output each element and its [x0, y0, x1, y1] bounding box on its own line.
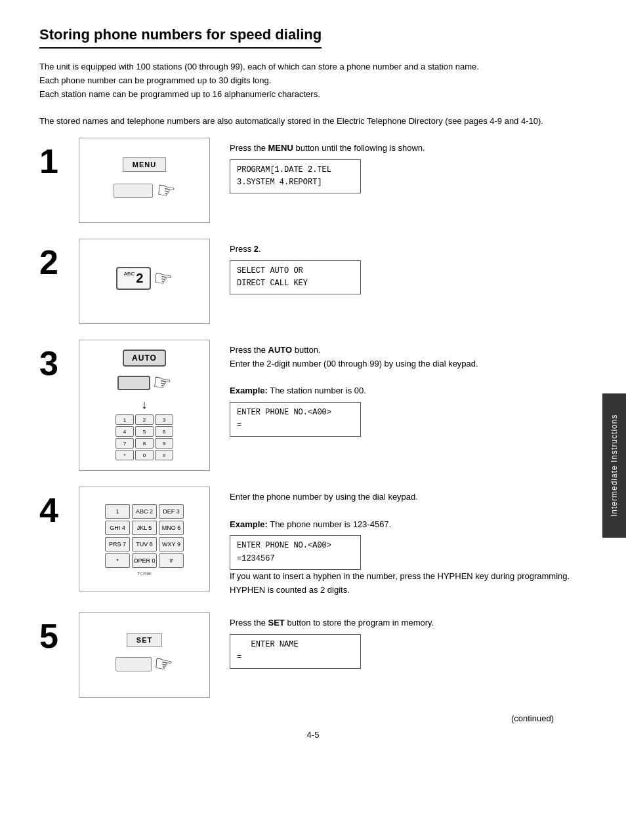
key-0: 0 [135, 450, 154, 460]
intro-line-3: Each station name can be programmed up t… [39, 88, 587, 102]
step-2-display: SELECT AUTO ORDIRECT CALL KEY [230, 260, 361, 294]
step-3-content: Press the AUTO button.Enter the 2-digit … [230, 340, 587, 437]
step-1-display: PROGRAM[1.DATE 2.TEL3.SYSTEM 4.REPORT] [230, 159, 361, 193]
k4-2: ABC 2 [132, 504, 157, 519]
k4-3: DEF 3 [159, 504, 184, 519]
intro-line-4: The stored names and telephone numbers a… [39, 115, 587, 129]
hand-icon-3: ☞ [150, 369, 173, 397]
key-7: 7 [115, 438, 134, 449]
key-8: 8 [135, 438, 154, 449]
step-3-image: AUTO ☞ ↓ 1 2 3 4 5 6 7 8 9 * 0 [79, 340, 210, 471]
continued-label: (continued) [39, 713, 587, 723]
page-number: 4-5 [39, 730, 587, 740]
step-2-instruction: Press 2. [230, 243, 587, 256]
key-3: 3 [155, 414, 173, 425]
k4-star: * [105, 553, 130, 568]
step-3-display: ENTER PHONE NO.<A00>= [230, 402, 361, 436]
key-5: 5 [135, 426, 154, 437]
key-9: 9 [155, 438, 173, 449]
keypad-4: 1 ABC 2 DEF 3 GHI 4 JKL 5 MNO 6 PRS 7 TU… [105, 504, 184, 568]
step-1-instruction: Press the MENU button until the followin… [230, 142, 587, 155]
step-4-display: ENTER PHONE NO.<A00>=1234567 [230, 535, 361, 569]
step-4-image: 1 ABC 2 DEF 3 GHI 4 JKL 5 MNO 6 PRS 7 TU… [79, 487, 210, 591]
intro-text: The unit is equipped with 100 stations (… [39, 60, 587, 129]
step-4-number: 4 [39, 493, 79, 527]
keypad-3: 1 2 3 4 5 6 7 8 9 * 0 # [115, 414, 173, 460]
step-5-content: Press the SET button to store the progra… [230, 612, 587, 668]
step-2-number: 2 [39, 245, 79, 279]
step-3-example: Example: The station number is 00. [230, 384, 587, 398]
key-1: 1 [115, 414, 134, 425]
step-1: 1 MENU ☞ Press the MENU button until the… [39, 138, 587, 223]
step-3-number: 3 [39, 346, 79, 380]
k4-9: WXY 9 [159, 537, 184, 551]
k4-8: TUV 8 [132, 537, 157, 551]
step-2-image: ABC 2 ☞ [79, 239, 210, 324]
page-title: Storing phone numbers for speed dialing [39, 26, 322, 49]
menu-button: MENU [123, 157, 166, 172]
k4-7: PRS 7 [105, 537, 130, 551]
hand-icon-2: ☞ [152, 265, 175, 292]
side-tab: Intermediate Instructions [602, 393, 626, 538]
hand-icon-1: ☞ [154, 177, 177, 205]
step-5: 5 SET ☞ Press the SET button to store th… [39, 612, 587, 698]
abc2-key: ABC 2 [116, 267, 152, 290]
key-star: * [115, 450, 134, 460]
tone-label: TONE [137, 570, 152, 576]
step-1-content: Press the MENU button until the followin… [230, 138, 587, 193]
key-2: 2 [135, 414, 154, 425]
step-4-instruction: Enter the phone number by using the dial… [230, 490, 587, 504]
step-4: 4 1 ABC 2 DEF 3 GHI 4 JKL 5 MNO 6 PRS 7 … [39, 487, 587, 597]
step-3: 3 AUTO ☞ ↓ 1 2 3 4 5 6 7 8 9 [39, 340, 587, 471]
key-4: 4 [115, 426, 134, 437]
arrow-down-3: ↓ [115, 398, 173, 412]
step-1-number: 1 [39, 144, 79, 178]
k4-0: OPER 0 [132, 553, 157, 568]
step-5-image: SET ☞ [79, 612, 210, 698]
step-5-number: 5 [39, 619, 79, 653]
auto-button: AUTO [123, 350, 166, 367]
intro-line-1: The unit is equipped with 100 stations (… [39, 60, 587, 74]
k4-1: 1 [105, 504, 130, 519]
k4-6: MNO 6 [159, 521, 184, 535]
key-6: 6 [155, 426, 173, 437]
step-2-content: Press 2. SELECT AUTO ORDIRECT CALL KEY [230, 239, 587, 294]
step-5-display: ENTER NAME= [230, 634, 361, 668]
step-4-example: Example: The phone number is 123-4567. [230, 518, 587, 532]
k4-hash: # [159, 553, 184, 568]
hand-icon-5: ☞ [152, 650, 175, 678]
step-3-instruction: Press the AUTO button.Enter the 2-digit … [230, 344, 587, 371]
step-4-content: Enter the phone number by using the dial… [230, 487, 587, 597]
set-button: SET [127, 633, 162, 647]
k4-4: GHI 4 [105, 521, 130, 535]
step-1-image: MENU ☞ [79, 138, 210, 223]
key-hash: # [155, 450, 173, 460]
step-5-instruction: Press the SET button to store the progra… [230, 616, 587, 630]
step-4-note: If you want to insert a hyphen in the nu… [230, 570, 587, 597]
step-2: 2 ABC 2 ☞ Press 2. SELECT AUTO ORDIRECT … [39, 239, 587, 324]
intro-line-2: Each phone number can be programmed up t… [39, 74, 587, 88]
k4-5: JKL 5 [132, 521, 157, 535]
